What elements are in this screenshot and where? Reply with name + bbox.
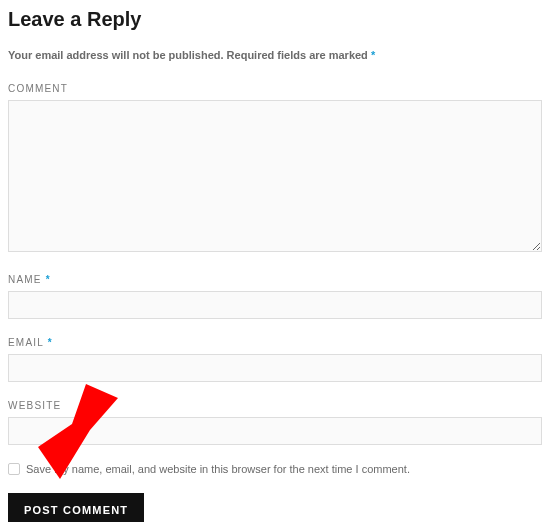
name-label-text: NAME (8, 274, 46, 285)
name-required-marker: * (46, 274, 51, 285)
notice-text: Your email address will not be published… (8, 49, 371, 61)
name-label: NAME * (8, 274, 542, 285)
email-field-group: EMAIL * (8, 337, 542, 382)
post-comment-button[interactable]: POST COMMENT (8, 493, 144, 522)
website-input[interactable] (8, 417, 542, 445)
name-input[interactable] (8, 291, 542, 319)
save-info-checkbox[interactable] (8, 463, 20, 475)
consent-row: Save my name, email, and website in this… (8, 463, 542, 475)
email-label-text: EMAIL (8, 337, 48, 348)
comment-textarea[interactable] (8, 100, 542, 252)
website-field-group: WEBSITE (8, 400, 542, 445)
email-required-marker: * (48, 337, 53, 348)
website-label: WEBSITE (8, 400, 542, 411)
comment-field-group: COMMENT (8, 83, 542, 256)
comment-label: COMMENT (8, 83, 542, 94)
email-privacy-notice: Your email address will not be published… (8, 49, 542, 61)
name-field-group: NAME * (8, 274, 542, 319)
email-label: EMAIL * (8, 337, 542, 348)
required-marker: * (371, 49, 375, 61)
reply-heading: Leave a Reply (8, 8, 542, 31)
email-input[interactable] (8, 354, 542, 382)
save-info-label: Save my name, email, and website in this… (26, 463, 410, 475)
